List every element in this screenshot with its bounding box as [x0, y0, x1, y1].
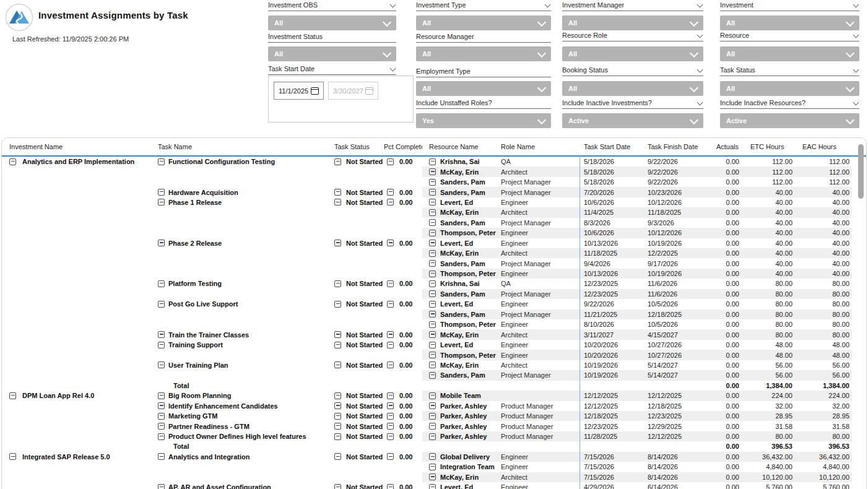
collapse-icon[interactable] [158, 433, 165, 440]
collapse-icon[interactable] [387, 199, 394, 206]
chevron-down-icon[interactable] [537, 48, 546, 57]
collapse-icon[interactable] [387, 280, 394, 287]
chevron-down-icon[interactable] [697, 67, 703, 73]
collapse-icon[interactable] [387, 423, 394, 430]
filter-dropdown-investment-status[interactable]: All [268, 46, 396, 61]
chevron-down-icon[interactable] [697, 100, 703, 106]
collapse-icon[interactable] [334, 331, 341, 338]
chevron-down-icon[interactable] [846, 17, 854, 26]
collapse-icon[interactable] [387, 453, 394, 460]
chevron-down-icon[interactable] [853, 32, 859, 38]
collapse-icon[interactable] [387, 392, 394, 399]
collapse-icon[interactable] [334, 433, 341, 440]
chevron-down-icon[interactable] [697, 2, 703, 8]
chevron-down-icon[interactable] [390, 66, 396, 72]
filter-dropdown-investment-type[interactable]: All [416, 15, 551, 30]
collapse-icon[interactable] [429, 290, 436, 297]
chevron-down-icon[interactable] [853, 67, 859, 73]
filter-dropdown-resource-role[interactable]: All [562, 46, 703, 61]
collapse-icon[interactable] [9, 158, 16, 165]
collapse-icon[interactable] [387, 484, 394, 489]
collapse-icon[interactable] [429, 474, 436, 480]
collapse-icon[interactable] [334, 342, 341, 348]
collapse-icon[interactable] [429, 179, 436, 186]
collapse-icon[interactable] [334, 199, 341, 206]
chevron-down-icon[interactable] [383, 17, 391, 26]
collapse-icon[interactable] [429, 199, 436, 206]
collapse-icon[interactable] [334, 484, 341, 489]
collapse-icon[interactable] [158, 280, 165, 287]
collapse-icon[interactable] [429, 270, 436, 277]
collapse-icon[interactable] [158, 240, 165, 246]
collapse-icon[interactable] [429, 280, 436, 287]
collapse-icon[interactable] [429, 331, 436, 338]
collapse-icon[interactable] [334, 392, 341, 399]
chevron-down-icon[interactable] [537, 115, 546, 124]
chevron-down-icon[interactable] [383, 48, 391, 57]
filter-dropdown-booking-status[interactable]: All [562, 81, 703, 96]
collapse-icon[interactable] [9, 453, 16, 460]
collapse-icon[interactable] [334, 158, 341, 165]
collapse-icon[interactable] [334, 413, 341, 420]
collapse-icon[interactable] [429, 301, 436, 308]
collapse-icon[interactable] [387, 402, 394, 409]
chevron-down-icon[interactable] [690, 48, 698, 57]
collapse-icon[interactable] [9, 392, 16, 399]
collapse-icon[interactable] [158, 484, 165, 489]
collapse-icon[interactable] [429, 158, 436, 165]
chevron-down-icon[interactable] [690, 83, 698, 92]
chevron-down-icon[interactable] [390, 2, 396, 8]
collapse-icon[interactable] [429, 361, 436, 368]
collapse-icon[interactable] [387, 331, 394, 338]
collapse-icon[interactable] [387, 301, 394, 308]
collapse-icon[interactable] [429, 464, 436, 470]
collapse-icon[interactable] [429, 168, 436, 175]
collapse-icon[interactable] [158, 392, 165, 399]
chevron-down-icon[interactable] [846, 83, 854, 92]
chevron-down-icon[interactable] [846, 48, 854, 57]
collapse-icon[interactable] [334, 423, 341, 430]
collapse-icon[interactable] [334, 402, 341, 409]
collapse-icon[interactable] [387, 158, 394, 165]
collapse-icon[interactable] [429, 311, 436, 318]
collapse-icon[interactable] [334, 453, 341, 460]
collapse-icon[interactable] [387, 361, 394, 368]
collapse-icon[interactable] [334, 361, 341, 368]
chevron-down-icon[interactable] [537, 17, 546, 26]
collapse-icon[interactable] [158, 402, 165, 409]
filter-dropdown-investment[interactable]: All [720, 15, 859, 30]
collapse-icon[interactable] [429, 321, 436, 328]
filter-dropdown-task-status[interactable]: All [720, 81, 859, 96]
collapse-icon[interactable] [158, 361, 165, 368]
collapse-icon[interactable] [387, 413, 394, 420]
collapse-icon[interactable] [429, 453, 436, 460]
collapse-icon[interactable] [158, 423, 165, 430]
filter-dropdown-investment-manager[interactable]: All [562, 15, 703, 30]
filter-dropdown-include-inactive-investments[interactable]: Active [562, 113, 703, 128]
end-date-input[interactable]: 3/30/2027 [328, 82, 378, 100]
collapse-icon[interactable] [429, 423, 436, 430]
start-date-input[interactable]: 11/1/2025 [274, 82, 324, 100]
collapse-icon[interactable] [429, 484, 436, 489]
collapse-icon[interactable] [158, 158, 165, 165]
collapse-icon[interactable] [429, 342, 436, 348]
collapse-icon[interactable] [334, 189, 341, 196]
filter-dropdown-include-unstaffed-roles[interactable]: Yes [416, 113, 551, 128]
collapse-icon[interactable] [429, 433, 436, 440]
collapse-icon[interactable] [387, 433, 394, 440]
vertical-scrollbar[interactable] [858, 144, 864, 199]
collapse-icon[interactable] [158, 453, 165, 460]
collapse-icon[interactable] [158, 189, 165, 196]
collapse-icon[interactable] [158, 342, 165, 348]
collapse-icon[interactable] [158, 199, 165, 206]
collapse-icon[interactable] [387, 189, 394, 196]
collapse-icon[interactable] [429, 240, 436, 246]
collapse-icon[interactable] [429, 402, 436, 409]
chevron-down-icon[interactable] [537, 83, 546, 92]
collapse-icon[interactable] [429, 352, 436, 358]
filter-dropdown-employment-type[interactable]: All [416, 81, 551, 96]
chevron-down-icon[interactable] [846, 115, 854, 124]
filter-dropdown-resource[interactable]: All [720, 46, 859, 61]
collapse-icon[interactable] [429, 250, 436, 257]
collapse-icon[interactable] [334, 301, 341, 308]
